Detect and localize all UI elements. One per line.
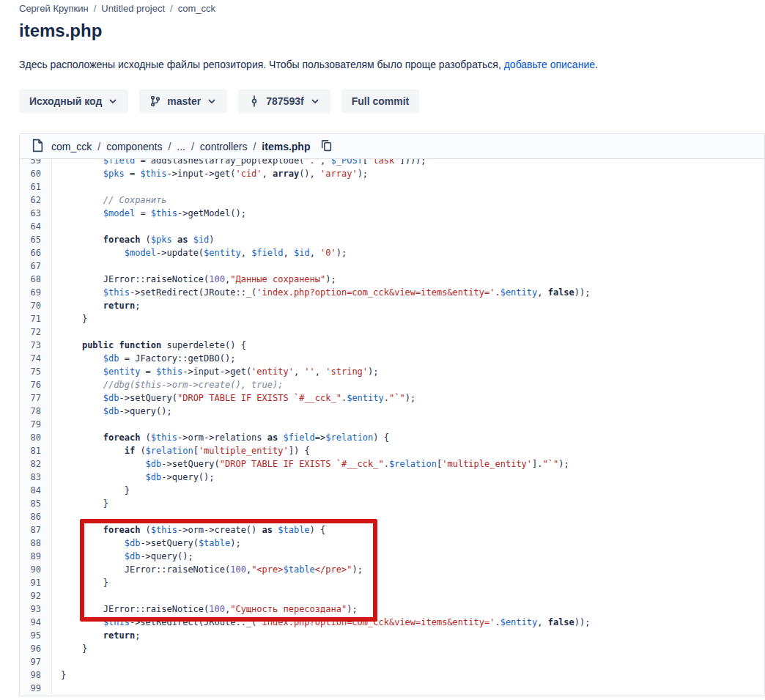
line-number[interactable]: 94	[20, 616, 52, 629]
line-number[interactable]: 84	[20, 484, 52, 497]
code-line: 85 }	[20, 497, 764, 510]
code-line-text: // Сохранить	[52, 194, 167, 207]
code-line-text: $entity = $this->input->get('entity', ''…	[52, 365, 379, 378]
code-line: 98}	[20, 668, 764, 682]
code-line-text: return;	[52, 299, 140, 312]
line-number[interactable]: 73	[20, 339, 52, 352]
line-number[interactable]: 80	[20, 431, 52, 444]
line-number[interactable]: 76	[20, 378, 52, 391]
line-number[interactable]: 65	[20, 233, 52, 246]
file-card: com_cck/components/.../controllers/items…	[19, 133, 765, 696]
line-number[interactable]: 70	[20, 299, 52, 312]
line-number[interactable]: 97	[20, 655, 52, 668]
breadcrumb-item[interactable]: Untitled project	[101, 3, 165, 14]
code-line-text: $model->update($entity, $field, $id, '0'…	[52, 246, 347, 259]
code-line-text: $model = $this->getModel();	[52, 207, 246, 220]
line-number[interactable]: 62	[20, 194, 52, 207]
code-line-text: $pks = $this->input->get('cid', array(),…	[52, 167, 368, 180]
path-segment[interactable]: com_cck	[51, 141, 92, 152]
path-file-name: items.php	[262, 141, 310, 152]
code-line: 64	[20, 220, 764, 233]
add-description-link[interactable]: добавьте описание	[504, 59, 595, 70]
line-number[interactable]: 87	[20, 523, 52, 537]
code-line-text	[52, 220, 61, 233]
code-line: 78 $db->query();	[20, 405, 764, 418]
code-line: 79	[20, 418, 764, 431]
git-branch-icon	[149, 95, 161, 107]
line-number[interactable]: 69	[20, 286, 52, 299]
code-line-text: }	[52, 642, 87, 655]
line-number[interactable]: 88	[20, 537, 52, 550]
branch-dropdown-label: master	[167, 95, 201, 107]
line-number[interactable]: 96	[20, 642, 52, 655]
branch-dropdown[interactable]: master	[139, 89, 227, 113]
line-number[interactable]: 66	[20, 246, 52, 259]
code-line-text: }	[52, 576, 108, 589]
line-number[interactable]: 67	[20, 259, 52, 273]
source-code-dropdown[interactable]: Исходный код	[19, 89, 128, 113]
code-line-text: }	[52, 312, 87, 325]
code-line-text	[52, 180, 61, 194]
code-line-text	[52, 682, 61, 695]
path-segment[interactable]: controllers	[200, 141, 248, 152]
path-separator: /	[191, 141, 194, 152]
line-number[interactable]: 86	[20, 510, 52, 523]
code-line: 69 $this->setRedirect(JRoute::_('index.p…	[20, 286, 764, 299]
line-number[interactable]: 74	[20, 352, 52, 365]
line-number[interactable]: 75	[20, 365, 52, 378]
line-number[interactable]: 82	[20, 457, 52, 471]
line-number[interactable]: 71	[20, 312, 52, 325]
line-number[interactable]: 78	[20, 405, 52, 418]
line-number[interactable]: 64	[20, 220, 52, 233]
code-line-text: $field = addslashes(array_pop(explode('.…	[52, 159, 426, 167]
line-number[interactable]: 95	[20, 629, 52, 642]
line-number[interactable]: 92	[20, 589, 52, 603]
line-number[interactable]: 83	[20, 471, 52, 484]
code-line: 97	[20, 655, 764, 668]
path-segment[interactable]: components	[106, 141, 162, 152]
code-line: 61	[20, 180, 764, 194]
code-line-text	[52, 510, 61, 523]
code-line-text: public function superdelete() {	[52, 339, 246, 352]
full-commit-button[interactable]: Full commit	[341, 89, 420, 113]
line-number[interactable]: 85	[20, 497, 52, 510]
line-number[interactable]: 72	[20, 325, 52, 339]
code-line-text: JError::raiseNotice(100,"Сущность пересо…	[52, 603, 358, 616]
code-line: 63 $model = $this->getModel();	[20, 207, 764, 220]
code-line: 66 $model->update($entity, $field, $id, …	[20, 246, 764, 259]
code-line-text: $db = JFactory::getDBO();	[52, 352, 235, 365]
path-separator: /	[97, 141, 100, 152]
code-line-text: foreach ($pks as $id)	[52, 233, 215, 246]
code-line: 77 $db->setQuery("DROP TABLE IF EXISTS `…	[20, 391, 764, 405]
breadcrumb: Сергей Крупкин/Untitled project/com_cck	[19, 3, 765, 14]
line-number[interactable]: 59	[20, 159, 52, 167]
breadcrumb-item[interactable]: Сергей Крупкин	[19, 3, 89, 14]
path-segment[interactable]: ...	[177, 141, 185, 152]
line-number[interactable]: 99	[20, 682, 52, 695]
line-number[interactable]: 61	[20, 180, 52, 194]
line-number[interactable]: 60	[20, 167, 52, 180]
code-line: 76 //dbg($this->orm->create(), true);	[20, 378, 764, 391]
line-number[interactable]: 91	[20, 576, 52, 589]
commit-dropdown[interactable]: 787593f	[238, 89, 330, 113]
line-number[interactable]: 93	[20, 603, 52, 616]
toolbar: Исходный код master 787593f Full commit	[19, 89, 765, 113]
description-period: .	[595, 59, 598, 70]
line-number[interactable]: 63	[20, 207, 52, 220]
line-number[interactable]: 89	[20, 550, 52, 563]
code-line-text: }	[52, 668, 66, 682]
copy-path-button[interactable]	[319, 138, 334, 155]
file-path-bar: com_cck/components/.../controllers/items…	[20, 134, 764, 159]
path-separator: /	[253, 141, 256, 152]
code-line: 74 $db = JFactory::getDBO();	[20, 352, 764, 365]
line-number[interactable]: 90	[20, 563, 52, 576]
line-number[interactable]: 98	[20, 668, 52, 682]
line-number[interactable]: 79	[20, 418, 52, 431]
code-line-text: $db->query();	[52, 405, 172, 418]
line-number[interactable]: 77	[20, 391, 52, 405]
line-number[interactable]: 81	[20, 444, 52, 457]
breadcrumb-item[interactable]: com_cck	[178, 3, 215, 14]
line-number[interactable]: 68	[20, 273, 52, 286]
code-line: 88 $db->setQuery($table);	[20, 537, 764, 550]
code-line: 96 }	[20, 642, 764, 655]
